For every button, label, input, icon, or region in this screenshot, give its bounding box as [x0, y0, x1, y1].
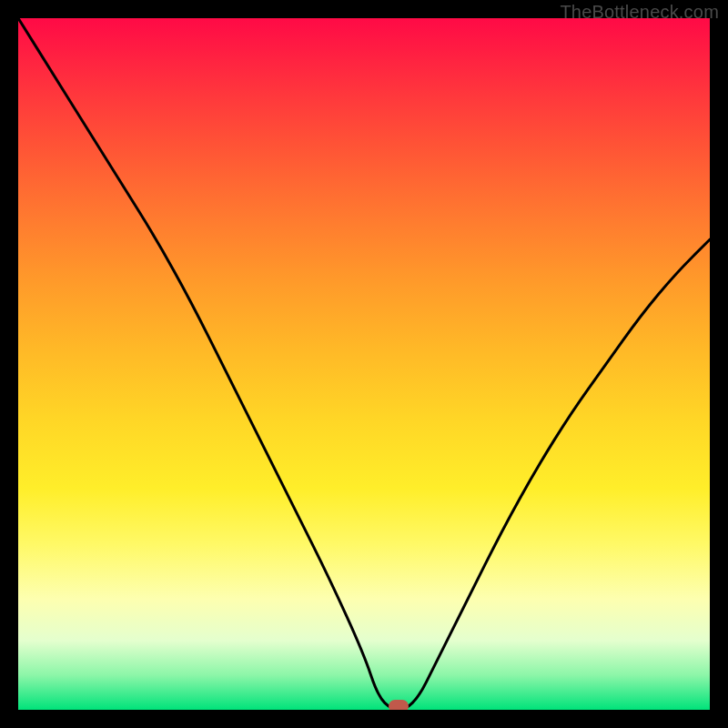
bottleneck-curve: [18, 18, 710, 710]
watermark-text: TheBottleneck.com: [560, 2, 719, 23]
optimal-point-marker: [389, 700, 409, 710]
plot-area: [18, 18, 710, 710]
chart-frame: TheBottleneck.com: [0, 0, 728, 728]
curve-path: [18, 18, 710, 710]
